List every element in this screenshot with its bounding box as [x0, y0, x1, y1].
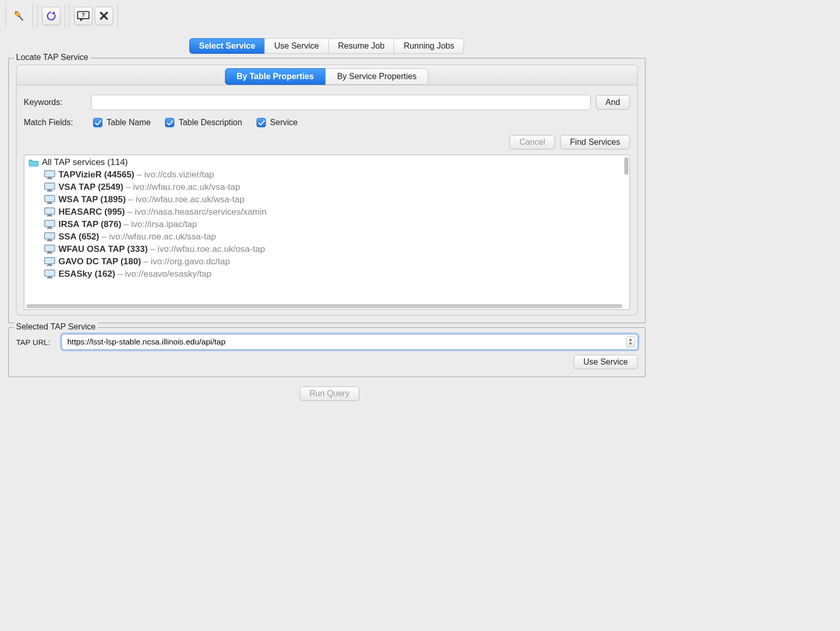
main-tabs: Select Service Use Service Resume Job Ru…	[5, 38, 649, 54]
locate-fieldset: Locate TAP Service By Table Properties B…	[8, 58, 646, 323]
svg-rect-26	[47, 265, 52, 266]
check-service[interactable]: Service	[254, 116, 297, 129]
hscrollbar-thumb[interactable]	[26, 304, 622, 308]
service-name: WFAU OSA TAP (333)	[58, 244, 148, 254]
monitor-icon	[44, 245, 55, 254]
tab-use-service[interactable]: Use Service	[264, 38, 328, 54]
subtab-table-properties[interactable]: By Table Properties	[225, 68, 326, 85]
monitor-icon	[44, 220, 55, 229]
svg-rect-10	[48, 202, 52, 203]
service-item[interactable]: IRSA TAP (876) – ivo://irsa.ipac/tap	[24, 218, 629, 231]
services-tree[interactable]: All TAP services (114) TAPVizieR (44565)…	[24, 155, 630, 310]
svg-rect-20	[47, 241, 52, 242]
service-name: IRSA TAP (876)	[58, 219, 122, 230]
service-ivo: – ivo://org.gavo.dc/tap	[141, 257, 230, 267]
svg-rect-21	[44, 245, 55, 251]
service-item[interactable]: HEASARC (995) – ivo://nasa.heasarc/servi…	[24, 206, 629, 218]
locate-legend: Locate TAP Service	[14, 53, 91, 62]
sub-tabs: By Table Properties By Service Propertie…	[226, 68, 429, 85]
svg-rect-6	[44, 183, 55, 189]
svg-text:?: ?	[82, 12, 85, 18]
service-item[interactable]: TAPVizieR (44565) – ivo://cds.vizier/tap	[24, 169, 629, 181]
folder-icon	[28, 158, 39, 167]
svg-rect-29	[47, 278, 52, 279]
tab-running-jobs[interactable]: Running Jobs	[394, 38, 464, 54]
svg-rect-4	[48, 177, 52, 178]
svg-rect-11	[47, 203, 52, 204]
service-item[interactable]: WFAU OSA TAP (333) – ivo://wfau.roe.ac.u…	[24, 243, 629, 256]
check-table-description[interactable]: Table Description	[163, 116, 242, 129]
svg-rect-7	[48, 190, 52, 191]
help-button[interactable]: ?	[74, 7, 93, 25]
svg-rect-19	[48, 239, 52, 241]
service-item[interactable]: WSA TAP (1895) – ivo://wfau.roe.ac.uk/ws…	[24, 193, 629, 206]
service-item[interactable]: VSA TAP (2549) – ivo://wfau.roe.ac.uk/vs…	[24, 181, 629, 193]
service-ivo: – ivo://wfau.roe.ac.uk/wsa-tap	[126, 194, 245, 205]
svg-rect-15	[44, 220, 55, 227]
monitor-icon	[44, 195, 55, 204]
svg-rect-24	[44, 258, 55, 264]
selected-legend: Selected TAP Service	[14, 322, 98, 332]
svg-rect-22	[48, 252, 52, 253]
svg-rect-3	[44, 171, 55, 177]
monitor-icon	[44, 269, 55, 279]
service-ivo: – ivo://cds.vizier/tap	[134, 170, 214, 180]
tab-select-service[interactable]: Select Service	[189, 38, 265, 54]
combo-stepper-icon[interactable]: ▲▼	[626, 336, 635, 348]
vscrollbar-thumb[interactable]	[624, 157, 628, 175]
service-ivo: – ivo://irsa.ipac/tap	[122, 219, 197, 230]
and-button[interactable]: And	[596, 95, 630, 110]
svg-rect-18	[44, 233, 55, 239]
tab-resume-job[interactable]: Resume Job	[328, 38, 395, 54]
monitor-icon	[44, 170, 55, 179]
toolbar: ? ✕	[5, 4, 649, 28]
pin-icon[interactable]	[10, 7, 28, 25]
keywords-label: Keywords:	[24, 98, 91, 107]
service-name: HEASARC (995)	[58, 207, 125, 217]
service-item[interactable]: SSA (652) – ivo://wfau.roe.ac.uk/ssa-tap	[24, 231, 629, 243]
service-name: VSA TAP (2549)	[58, 182, 123, 192]
service-name: SSA (652)	[58, 232, 99, 242]
svg-rect-8	[47, 191, 52, 192]
svg-rect-23	[47, 253, 52, 254]
match-fields-label: Match Fields:	[24, 118, 91, 127]
monitor-icon	[44, 232, 55, 242]
service-ivo: – ivo://nasa.heasarc/services/xamin	[125, 207, 266, 217]
service-item[interactable]: GAVO DC TAP (180) – ivo://org.gavo.dc/ta…	[24, 256, 629, 268]
monitor-icon	[44, 183, 55, 192]
tap-url-combo[interactable]: ▲▼	[62, 334, 638, 350]
keywords-input[interactable]	[91, 95, 591, 110]
subtab-service-properties[interactable]: By Service Properties	[325, 68, 429, 85]
svg-rect-12	[44, 208, 55, 214]
service-ivo: – ivo://wfau.roe.ac.uk/ssa-tap	[99, 232, 216, 242]
service-ivo: – ivo://wfau.roe.ac.uk/vsa-tap	[123, 182, 240, 192]
service-ivo: – ivo://wfau.roe.ac.uk/osa-tap	[148, 244, 265, 254]
svg-rect-17	[47, 228, 52, 229]
svg-rect-13	[48, 215, 52, 216]
cancel-button[interactable]: Cancel	[509, 135, 555, 149]
selected-fieldset: Selected TAP Service TAP URL: ▲▼ Use Ser…	[8, 327, 646, 377]
use-service-button[interactable]: Use Service	[574, 355, 638, 369]
svg-rect-5	[47, 178, 52, 179]
monitor-icon	[44, 207, 55, 217]
svg-rect-9	[44, 196, 55, 202]
svg-rect-27	[44, 270, 55, 276]
monitor-icon	[44, 257, 55, 266]
svg-rect-25	[48, 264, 52, 265]
svg-rect-28	[48, 277, 52, 278]
service-name: TAPVizieR (44565)	[58, 170, 134, 180]
tree-root[interactable]: All TAP services (114)	[24, 156, 629, 169]
service-name: GAVO DC TAP (180)	[58, 257, 141, 267]
close-button[interactable]: ✕	[95, 7, 113, 25]
tap-url-input[interactable]	[66, 337, 626, 347]
service-name: ESASky (162)	[58, 269, 115, 279]
check-table-name[interactable]: Table Name	[91, 116, 151, 129]
run-query-button[interactable]: Run Query	[299, 386, 359, 401]
tap-url-label: TAP URL:	[16, 338, 62, 347]
service-item[interactable]: ESASky (162) – ivo://esavo/esasky/tap	[24, 268, 629, 280]
svg-rect-16	[48, 227, 52, 228]
find-services-button[interactable]: Find Services	[560, 135, 630, 149]
svg-rect-14	[47, 216, 52, 217]
reload-button[interactable]	[42, 7, 61, 25]
service-ivo: – ivo://esavo/esasky/tap	[115, 269, 212, 279]
